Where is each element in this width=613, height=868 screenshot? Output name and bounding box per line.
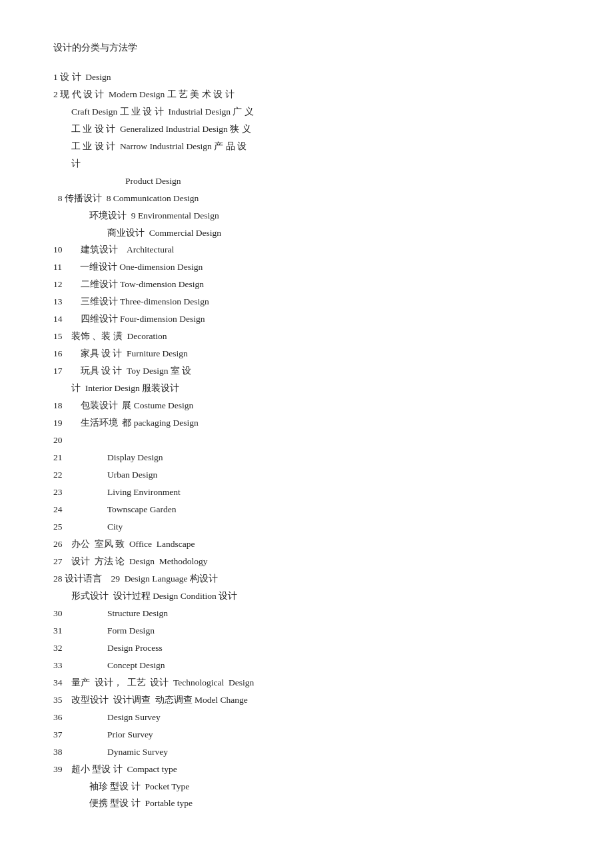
content-area: 1 设 计 Design2 现 代 设 计 Modern Design 工 艺 … — [53, 69, 560, 813]
list-item: 计 — [53, 156, 560, 173]
list-item: 36 Design Survey — [53, 709, 560, 726]
list-item: 21 Display Design — [53, 450, 560, 466]
list-item: 19 生活环境 都 packaging Design — [53, 415, 560, 432]
list-item: 计 Interior Design 服装设计 — [53, 380, 560, 397]
list-item: 38 Dynamic Survey — [53, 744, 560, 761]
list-item: 22 Urban Design — [53, 467, 560, 484]
list-item: 30 Structure Design — [53, 606, 560, 622]
list-item: 11 一维设计 One-dimension Design — [53, 259, 560, 276]
list-item: 32 Design Process — [53, 640, 560, 657]
page-title: 设计的分类与方法学 — [53, 40, 560, 56]
list-item: 环境设计 9 Environmental Design — [53, 208, 560, 224]
list-item: 商业设计 Commercial Design — [53, 225, 560, 242]
list-item: 39 超小 型设 计 Compact type — [53, 761, 560, 778]
list-item: 14 四维设计 Four-dimension Design — [53, 311, 560, 328]
list-item: 13 三维设计 Three-dimension Design — [53, 294, 560, 310]
list-item: 34 量产 设计， 工艺 设计 Technological Design — [53, 675, 560, 691]
list-item: 26 办公 室风 致 Office Landscape — [53, 536, 560, 553]
list-item: 25 City — [53, 519, 560, 536]
list-item: 28 设计语言 29 Design Language 构设计 — [53, 571, 560, 588]
list-item: 17 玩具 设 计 Toy Design 室 设 — [53, 363, 560, 380]
list-item: 27 设计 方法 论 Design Methodology — [53, 554, 560, 570]
list-item: 工 业 设 计 Generalized Industrial Design 狭 … — [53, 121, 560, 138]
list-item: 24 Townscape Garden — [53, 502, 560, 518]
list-item: 2 现 代 设 计 Modern Design 工 艺 美 术 设 计 — [53, 87, 560, 103]
list-item: 12 二维设计 Tow-dimension Design — [53, 276, 560, 293]
list-item: 便携 型设 计 Portable type — [53, 795, 560, 812]
list-item: 工 业 设 计 Narrow Industrial Design 产 品 设 — [53, 139, 560, 155]
list-item: 10 建筑设计 Architectural — [53, 242, 560, 258]
list-item: 15 装饰 、装 潢 Decoration — [53, 328, 560, 345]
list-item: 31 Form Design — [53, 623, 560, 640]
list-item: 20 — [53, 432, 560, 449]
list-item: Product Design — [53, 173, 560, 190]
list-item: 37 Prior Survey — [53, 727, 560, 743]
list-item: 35 改型设计 设计调查 动态调查 Model Change — [53, 692, 560, 709]
list-item: 1 设 计 Design — [53, 69, 560, 86]
list-item: 16 家具 设 计 Furniture Design — [53, 346, 560, 362]
list-item: 袖珍 型设 计 Pocket Type — [53, 779, 560, 795]
list-item: 8 传播设计 8 Communication Design — [53, 191, 560, 207]
list-item: 23 Living Environment — [53, 484, 560, 501]
list-item: 33 Concept Design — [53, 657, 560, 674]
list-item: 18 包装设计 展 Costume Design — [53, 398, 560, 414]
list-item: Craft Design 工 业 设 计 Industrial Design 广… — [53, 104, 560, 121]
list-item: 形式设计 设计过程 Design Condition 设计 — [53, 588, 560, 605]
